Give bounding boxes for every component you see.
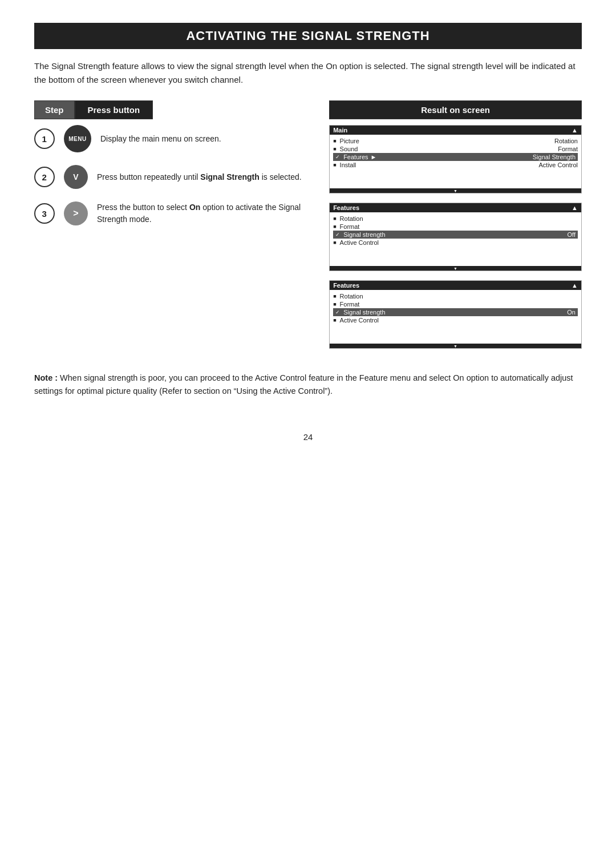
bullet-icon: ■ [333, 224, 336, 229]
screen-3: Features ▲ ■Rotation ■Format ✓Signal str… [329, 280, 582, 349]
screen-2-row-2: ■Format [333, 223, 578, 231]
v-button: V [64, 165, 88, 189]
screen-1-title-arrow: ▲ [572, 127, 578, 134]
step-row-2: 2 V Press button repeatedly until Signal… [34, 165, 312, 189]
screen-2-r2-left: Format [340, 223, 360, 230]
screen-2-body: ■Rotation ■Format ✓Signal strength Off ■… [330, 212, 581, 249]
step-num-3: 3 [30, 199, 59, 228]
screen-1-r3-arrow: ► [371, 154, 377, 160]
page-number: 24 [34, 432, 582, 442]
screen-2-row-1: ■Rotation [333, 215, 578, 223]
screen-3-title: Features [333, 282, 359, 289]
screen-1-r1-right: Rotation [554, 138, 578, 144]
screen-3-title-bar: Features ▲ [330, 281, 581, 290]
screen-3-row-2: ■Format [333, 300, 578, 308]
screen-1-r3-right: Signal Strength [533, 154, 576, 160]
screen-1-r1-left: Picture [340, 138, 359, 144]
right-column: Result on screen Main ▲ ■Picture Rotatio… [329, 100, 582, 358]
step-2-plain: Press button repeatedly until [97, 172, 200, 182]
page-title: ACTIVATING THE SIGNAL STRENGTH [34, 23, 582, 49]
step-num-1: 1 [30, 124, 59, 154]
screen-1: Main ▲ ■Picture Rotation ■Sound Format ✓… [329, 125, 582, 193]
left-column: Step Press button 1 MENU Display the mai… [34, 100, 312, 238]
down-arrow-icon: ▼ [453, 189, 457, 193]
screen-2-r3-left: Signal strength [343, 231, 385, 238]
screen-2-title: Features [333, 204, 359, 211]
screen-3-r2-left: Format [340, 301, 360, 308]
screen-3-r1-left: Rotation [340, 293, 363, 300]
down-arrow-icon: ▼ [453, 267, 457, 271]
note-body: When signal strength is poor, you can pr… [34, 373, 573, 396]
step-2-bold: Signal Strength [200, 172, 259, 182]
press-header: Press button [75, 100, 153, 119]
screen-3-row-3: ✓Signal strength On [333, 308, 578, 316]
screen-1-row-3: ✓Features ► Signal Strength [333, 153, 578, 161]
screen-2-row-3: ✓Signal strength Off [333, 231, 578, 239]
screen-1-r2-right: Format [558, 146, 578, 152]
step-3-bold: On [189, 203, 200, 212]
screen-3-r3-right: On [567, 309, 576, 316]
step-row-3: 3 > Press the button to select On option… [34, 201, 312, 225]
step-header: Step [34, 100, 75, 119]
bullet-icon: ■ [333, 162, 336, 168]
screen-2: Features ▲ ■Rotation ■Format ✓Signal str… [329, 203, 582, 271]
step-row-1: 1 MENU Display the main menu on screen. [34, 125, 312, 152]
step-2-text: Press button repeatedly until Signal Str… [97, 171, 302, 183]
screen-1-r4-right: Active Control [539, 162, 578, 168]
bullet-icon: ■ [333, 146, 336, 152]
check-icon: ✓ [335, 309, 340, 315]
screen-1-title: Main [333, 127, 347, 134]
screen-2-r1-left: Rotation [340, 215, 363, 222]
step-3-plain: Press the button to select [97, 203, 189, 212]
bullet-icon: ■ [333, 216, 336, 221]
screen-3-r3-left: Signal strength [343, 309, 385, 316]
screen-2-r3-right: Off [568, 231, 576, 238]
screen-2-r4-left: Active Control [340, 239, 379, 246]
screen-3-body: ■Rotation ■Format ✓Signal strength On ■A… [330, 290, 581, 326]
screen-2-row-4: ■Active Control [333, 239, 578, 247]
bullet-icon: ■ [333, 240, 336, 245]
step-3-text: Press the button to select On option to … [97, 201, 312, 225]
step-2-end: is selected. [260, 172, 302, 182]
check-icon: ✓ [335, 154, 340, 160]
screen-3-title-arrow: ▲ [572, 282, 578, 289]
bullet-icon: ■ [333, 317, 336, 323]
screen-3-row-1: ■Rotation [333, 292, 578, 300]
screen-3-bottom-bar: ▼ [330, 344, 581, 348]
screen-1-row-1: ■Picture Rotation [333, 137, 578, 145]
intro-text: The Signal Strength feature allows to vi… [34, 59, 582, 87]
menu-button: MENU [64, 125, 91, 152]
screen-3-r4-left: Active Control [340, 317, 379, 324]
screen-1-body: ■Picture Rotation ■Sound Format ✓Feature… [330, 135, 581, 171]
bullet-icon: ■ [333, 301, 336, 307]
note-prefix: Note : [34, 373, 58, 382]
screen-2-bottom-bar: ▼ [330, 266, 581, 271]
screen-2-title-arrow: ▲ [572, 204, 578, 211]
screen-1-row-4: ■Install Active Control [333, 161, 578, 169]
screen-1-r4-left: Install [340, 162, 356, 168]
arrow-button: > [64, 201, 88, 225]
step-1-text: Display the main menu on screen. [100, 133, 221, 145]
check-icon: ✓ [335, 232, 340, 237]
screen-1-r3-left: Features [343, 154, 368, 160]
screen-2-title-bar: Features ▲ [330, 203, 581, 212]
note-text: Note : When signal strength is poor, you… [34, 372, 582, 398]
screen-1-bottom-bar: ▼ [330, 188, 581, 193]
result-header-row: Result on screen [329, 100, 582, 119]
screen-1-row-2: ■Sound Format [333, 145, 578, 153]
screen-1-r2-left: Sound [340, 146, 358, 152]
table-header: Step Press button [34, 100, 312, 119]
down-arrow-icon: ▼ [453, 344, 457, 348]
bullet-icon: ■ [333, 293, 336, 299]
main-content: Step Press button 1 MENU Display the mai… [34, 100, 582, 358]
screen-1-title-bar: Main ▲ [330, 126, 581, 135]
bullet-icon: ■ [333, 138, 336, 144]
screen-3-row-4: ■Active Control [333, 316, 578, 324]
result-header: Result on screen [329, 100, 582, 119]
step-num-2: 2 [30, 163, 59, 192]
